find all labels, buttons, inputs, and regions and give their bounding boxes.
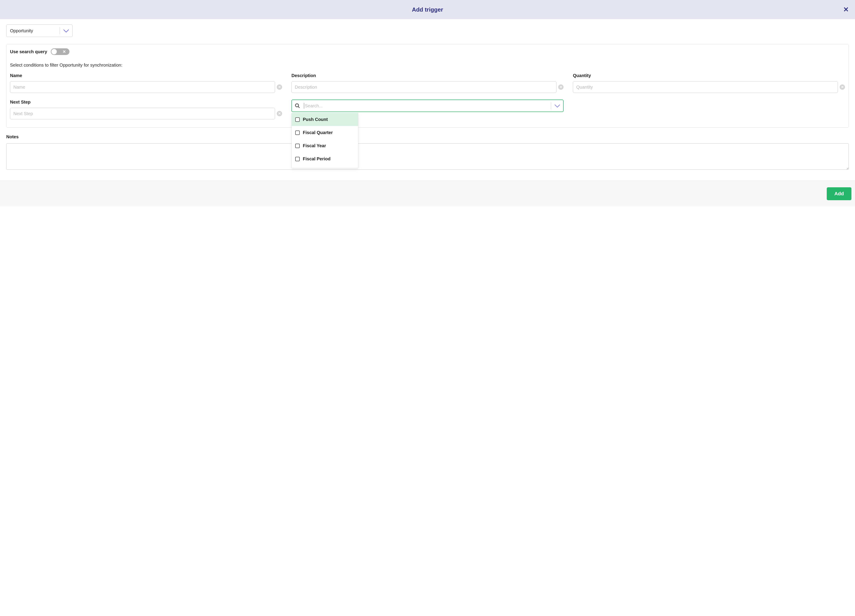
- quantity-input[interactable]: [573, 81, 838, 93]
- search-query-row: Use search query ✕: [10, 48, 845, 55]
- add-condition-select[interactable]: Search...: [291, 100, 564, 112]
- search-placeholder: Search...: [305, 103, 550, 109]
- search-query-toggle[interactable]: ✕: [51, 48, 69, 55]
- divider: [551, 102, 551, 109]
- notes-label: Notes: [6, 134, 849, 139]
- field-name: Name ✕: [10, 73, 282, 93]
- svg-point-0: [296, 104, 299, 107]
- body-scroll[interactable]: Opportunity Use search query ✕ Select co…: [0, 19, 855, 181]
- field-description: Description ✕: [291, 73, 564, 93]
- field-quantity-label: Quantity: [573, 73, 845, 78]
- field-name-label: Name: [10, 73, 282, 78]
- description-input[interactable]: [291, 81, 556, 93]
- field-quantity: Quantity ✕: [573, 73, 845, 93]
- option-fiscal-quarter[interactable]: Fiscal Quarter: [292, 126, 358, 139]
- checkbox-icon: [295, 117, 300, 122]
- notes-section: Notes: [6, 134, 849, 170]
- checkbox-icon: [295, 130, 300, 135]
- toggle-off-icon: ✕: [63, 50, 66, 54]
- instruction-text: Select conditions to filter Opportunity …: [10, 63, 845, 68]
- option-label: Fiscal Year: [303, 143, 326, 148]
- entity-select-value: Opportunity: [6, 28, 60, 34]
- modal-header: Add trigger ✕: [0, 0, 855, 19]
- modal-footer: Add: [0, 181, 855, 207]
- checkbox-icon: [295, 157, 300, 161]
- option-fiscal-year[interactable]: Fiscal Year: [292, 139, 358, 152]
- clear-description-icon[interactable]: ✕: [558, 84, 564, 90]
- option-label: Push Count: [303, 117, 328, 122]
- svg-line-1: [298, 106, 299, 108]
- toggle-knob: [51, 49, 57, 54]
- condition-dropdown: Push Count Fiscal Quarter Fiscal Year: [291, 113, 358, 168]
- search-query-label: Use search query: [10, 49, 47, 54]
- field-next-step: Next Step ✕: [10, 100, 282, 120]
- add-button[interactable]: Add: [827, 187, 852, 200]
- option-fiscal-period[interactable]: Fiscal Period: [292, 152, 358, 165]
- clear-quantity-icon[interactable]: ✕: [840, 84, 845, 90]
- notes-textarea[interactable]: [6, 143, 849, 170]
- modal-body: Opportunity Use search query ✕ Select co…: [0, 19, 855, 181]
- conditions-panel: Use search query ✕ Select conditions to …: [6, 44, 849, 127]
- dropdown-scroll[interactable]: Push Count Fiscal Quarter Fiscal Year: [292, 113, 358, 168]
- fields-grid: Name ✕ Description ✕ Quantity: [10, 73, 845, 120]
- field-add-condition: Search... Push Count Fiscal: [291, 100, 564, 120]
- search-icon: [294, 103, 300, 109]
- text-cursor: [304, 103, 304, 109]
- option-label: Fiscal Period: [303, 156, 331, 161]
- name-input[interactable]: [10, 81, 275, 93]
- field-description-label: Description: [291, 73, 564, 78]
- chevron-down-icon: [60, 29, 72, 33]
- clear-name-icon[interactable]: ✕: [277, 84, 282, 90]
- chevron-down-icon: [552, 104, 563, 108]
- entity-select[interactable]: Opportunity: [6, 25, 73, 37]
- option-push-count[interactable]: Push Count: [292, 113, 358, 126]
- modal-title: Add trigger: [412, 6, 443, 13]
- close-icon: ✕: [843, 6, 849, 13]
- field-next-step-label: Next Step: [10, 100, 282, 105]
- next-step-input[interactable]: [10, 108, 275, 120]
- option-label: Fiscal Quarter: [303, 130, 333, 135]
- close-button[interactable]: ✕: [843, 6, 849, 13]
- checkbox-icon: [295, 144, 300, 148]
- clear-next-step-icon[interactable]: ✕: [277, 111, 282, 116]
